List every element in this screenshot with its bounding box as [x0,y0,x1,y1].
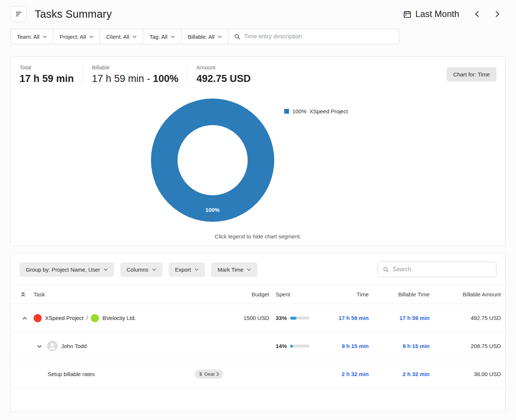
task-name[interactable]: Setup billable rates [48,371,95,377]
calendar-icon [403,10,412,18]
filter-project[interactable]: Project: All [54,29,100,44]
chart-for-button[interactable]: Chart for: Time [447,67,496,82]
columns-button[interactable]: Columns [120,262,162,277]
chevron-down-icon [171,35,175,38]
legend-percent: 100% [292,108,306,114]
summary-amount: Amount 492.75 USD [187,64,259,85]
total-label: Total [20,64,74,70]
header-spent[interactable]: Spent [269,291,317,297]
billable-amount-value: 208.75 USD [430,343,501,349]
chevron-left-icon [475,10,479,18]
filter-lines-icon [16,12,21,16]
donut-percent-label: 100% [206,207,220,213]
tag-label: Gear 3 [204,371,219,377]
header-billable-time[interactable]: Billable Time [369,291,430,297]
previous-period-button[interactable] [469,8,485,20]
chart-caption: Click legend to hide chart segment. [11,233,505,240]
project-name[interactable]: XSpeed Project [45,315,83,321]
search-icon [383,266,389,273]
spent-progress-bar [290,345,309,348]
billable-amount-value: 492.75 USD [430,315,501,321]
amount-label: Amount [196,64,251,70]
table-toolbar: Group by: Project Name, User Columns Exp… [11,254,505,285]
table-row-project: XSpeed Project / BVelocity Ltd. 1500 USD… [11,304,505,332]
filter-team[interactable]: Team: All [11,29,54,44]
filter-tag-label: Tag: All [149,34,167,40]
chevron-right-icon [495,10,500,18]
date-range-label: Last Month [415,9,459,19]
table-header-row: Task Budget Spent Time Billable Time Bil… [11,285,505,304]
next-period-button[interactable] [490,8,505,20]
header-billable-amount[interactable]: Billable Amount [430,291,501,297]
billable-time-value[interactable]: 2 h 32 min [369,371,430,377]
filter-team-label: Team: All [17,34,39,40]
billable-value: 17 h 59 min - 100% [92,73,178,85]
filter-project-label: Project: All [60,34,86,40]
spent-progress-bar [290,317,309,320]
filter-client-label: Client: All [106,34,130,40]
collapse-all-button[interactable] [20,292,34,297]
project-client-separator: / [86,315,88,321]
rate-tag-chip[interactable]: $ Gear 3 [195,369,223,379]
chevron-down-icon [218,35,222,38]
time-value[interactable]: 17 h 59 min [317,315,369,321]
header-budget[interactable]: Budget [228,291,269,297]
table-search-input[interactable] [393,266,491,273]
time-value[interactable]: 2 h 32 min [317,371,369,377]
tasks-table-card: Group by: Project Name, User Columns Exp… [10,253,506,412]
chevron-up-icon [22,316,27,320]
legend-label: XSpeed Project [309,108,348,114]
user-name[interactable]: John Todd [61,343,87,349]
chart-legend-item[interactable]: 100%XSpeed Project [284,108,348,114]
spent-percent: 14% [276,343,287,349]
table-row-user: John Todd 14% 9 h 15 min 9 h 15 min 208.… [11,332,505,360]
export-button[interactable]: Export [169,262,205,277]
collapse-user-button[interactable] [35,342,44,351]
donut-hole [178,125,248,195]
mark-time-button[interactable]: Mark Time [211,262,257,277]
billable-label: Billable [92,64,178,70]
chevron-down-icon [89,35,93,38]
billable-amount-value: 38.00 USD [430,371,501,377]
header-task[interactable]: Task [34,291,228,297]
chevron-down-icon [43,35,47,38]
donut-chart-segment[interactable]: 100% [151,99,274,222]
summary-billable: Billable 17 h 59 min - 100% [83,64,187,85]
date-range-picker[interactable]: Last Month [403,9,459,19]
time-value[interactable]: 9 h 15 min [317,343,369,349]
billable-time-value[interactable]: 17 h 59 min [369,315,430,321]
report-menu-button[interactable] [10,6,27,22]
budget-value: 1500 USD [228,315,269,321]
table-search-box [378,262,496,277]
group-by-button[interactable]: Group by: Project Name, User [20,262,114,277]
chevron-down-icon [247,268,251,271]
filter-billable[interactable]: Billable: All [182,29,229,44]
project-color-dot [34,314,42,322]
client-color-dot [91,314,99,322]
chevron-down-icon [104,268,108,271]
filter-client[interactable]: Client: All [100,29,144,44]
search-icon [234,34,240,40]
spent-percent: 33% [276,315,287,321]
double-chevron-up-icon [20,292,26,297]
time-entry-search-input[interactable] [244,33,393,40]
summary-total: Total 17 h 59 min [20,64,83,85]
chevron-down-icon [133,35,137,38]
header-time[interactable]: Time [317,291,369,297]
dollar-icon: $ [199,371,202,377]
filter-tag[interactable]: Tag: All [143,29,181,44]
summary-chart-card: Total 17 h 59 min Billable 17 h 59 min -… [10,56,506,246]
amount-value: 492.75 USD [196,73,251,85]
chevron-down-icon [152,268,156,271]
donut-chart-area: 100% 100%XSpeed Project Click legend to … [11,89,505,245]
filter-billable-label: Billable: All [188,34,215,40]
total-value: 17 h 59 min [20,73,74,85]
legend-swatch [284,109,289,114]
billable-time-value[interactable]: 9 h 15 min [369,343,430,349]
table-row-task: Setup billable rates $ Gear 3 2 h 32 min… [11,360,505,388]
page-title: Tasks Summary [35,8,112,20]
chevron-down-icon [37,344,42,348]
filter-bar: Team: All Project: All Client: All Tag: … [10,29,399,44]
collapse-row-button[interactable] [20,314,29,323]
client-name[interactable]: BVelocity Ltd. [102,315,136,321]
